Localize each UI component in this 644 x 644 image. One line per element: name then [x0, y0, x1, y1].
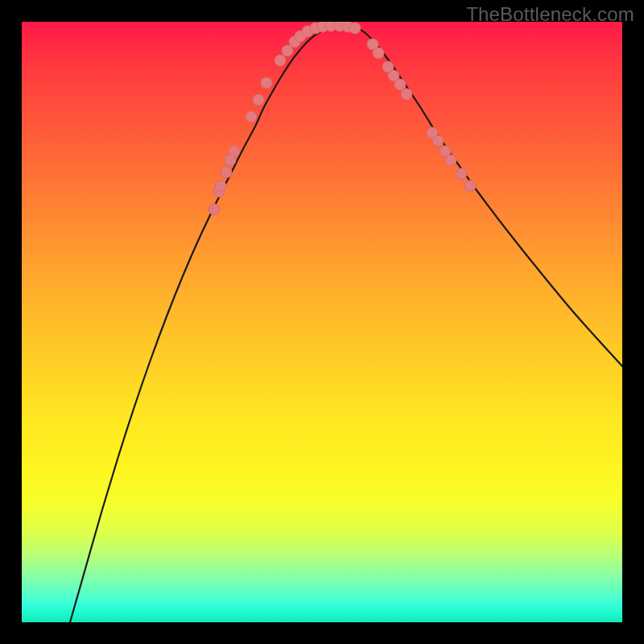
chart-frame: TheBottleneck.com: [0, 0, 644, 644]
data-point: [349, 23, 361, 34]
chart-svg: [22, 22, 622, 622]
data-point: [373, 47, 384, 59]
data-point: [221, 167, 232, 178]
plot-area: [22, 22, 622, 622]
data-point: [401, 89, 412, 100]
data-point: [445, 155, 456, 166]
data-point: [208, 204, 220, 215]
data-points: [208, 22, 476, 215]
data-point: [456, 168, 467, 180]
data-point: [394, 79, 406, 90]
bottleneck-curve: [70, 26, 622, 622]
data-point: [261, 77, 272, 89]
data-point: [432, 135, 444, 147]
data-point: [229, 146, 240, 157]
data-point: [246, 111, 257, 122]
data-point: [253, 94, 264, 105]
watermark-text: TheBottleneck.com: [466, 3, 634, 26]
data-point: [215, 180, 226, 192]
data-point: [275, 55, 286, 66]
data-point: [464, 180, 476, 192]
